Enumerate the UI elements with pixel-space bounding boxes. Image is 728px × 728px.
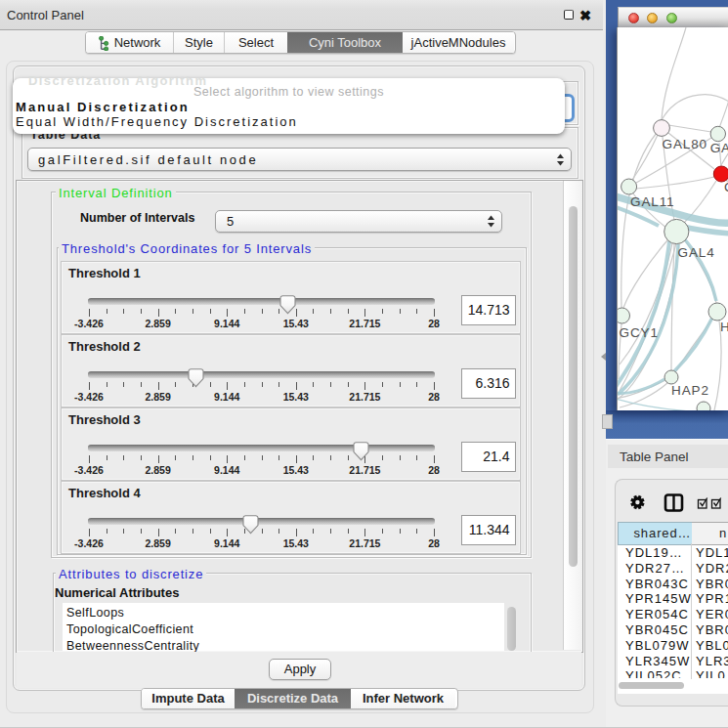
svg-text:GAL11: GAL11 — [630, 194, 675, 209]
svg-text:H: H — [720, 320, 728, 334]
svg-text:GCY1: GCY1 — [620, 325, 659, 340]
svg-text:HAP2: HAP2 — [671, 383, 709, 398]
svg-text:C: C — [724, 180, 728, 194]
svg-text:GAL80: GAL80 — [663, 137, 708, 151]
svg-text:GAL4: GAL4 — [678, 245, 715, 260]
svg-text:GA: GA — [710, 141, 728, 155]
